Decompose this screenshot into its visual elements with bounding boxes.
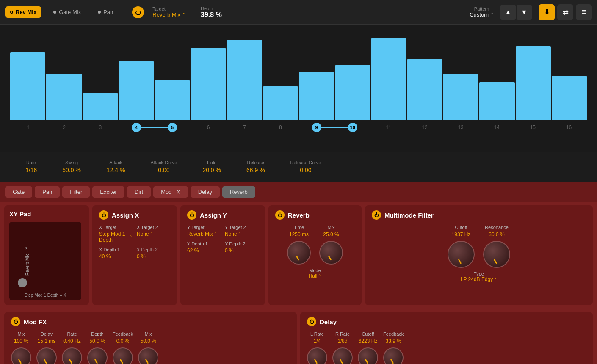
delay-cutoff-knob[interactable]: [358, 347, 378, 364]
release-curve-value[interactable]: 0.00: [300, 167, 311, 174]
fx-tab-exciter[interactable]: Exciter: [92, 186, 124, 198]
y-depth1-value[interactable]: 62 %: [187, 248, 221, 254]
mod-fx-delay-knob[interactable]: [36, 347, 57, 364]
bar-9[interactable]: [299, 72, 334, 120]
filter-type-value[interactable]: LP 24dB Edgy ⌃: [461, 276, 498, 282]
step-active-10[interactable]: 10: [348, 123, 357, 132]
bar-wrapper-9[interactable]: [299, 72, 334, 120]
attack-value[interactable]: 12.4 %: [107, 167, 125, 174]
bar-15[interactable]: [516, 46, 551, 120]
tab-rev-mix[interactable]: Rev Mix: [5, 6, 41, 18]
step-slot-2[interactable]: 2: [46, 124, 82, 130]
xy-pad-area[interactable]: Reverb Mix – Y Step Mod 1 Depth – X: [9, 222, 81, 300]
delay-power-button[interactable]: ⏻: [307, 317, 316, 326]
step-slot-14[interactable]: 14: [479, 124, 515, 130]
fx-tab-gate[interactable]: Gate: [5, 186, 32, 198]
mod-fx-power-button[interactable]: ⏻: [11, 317, 20, 326]
bar-wrapper-10[interactable]: [335, 65, 370, 120]
fx-tab-pan[interactable]: Pan: [35, 186, 60, 198]
bar-wrapper-1[interactable]: [10, 52, 45, 120]
step-slot-13[interactable]: 13: [443, 124, 479, 130]
bar-wrapper-15[interactable]: [516, 46, 551, 120]
assign-y-power-button[interactable]: ⏻: [187, 210, 196, 220]
delay-feedback-knob[interactable]: [383, 347, 404, 364]
step-slot-15[interactable]: 15: [515, 124, 551, 130]
step-slot-11[interactable]: 11: [370, 124, 406, 130]
x-depth2-value[interactable]: 0 %: [137, 254, 170, 259]
bar-10[interactable]: [335, 65, 370, 120]
step-slot-7[interactable]: 7: [227, 124, 263, 130]
bar-3[interactable]: [83, 93, 118, 120]
step-slot-9[interactable]: 9: [298, 123, 334, 132]
bar-4[interactable]: [119, 61, 154, 120]
bar-wrapper-2[interactable]: [46, 74, 81, 120]
bar-wrapper-11[interactable]: [371, 38, 406, 120]
step-active-4[interactable]: 4: [132, 123, 141, 132]
bar-8[interactable]: [263, 86, 298, 120]
transfer-button[interactable]: ⇄: [557, 4, 573, 20]
mod-fx-rate-knob[interactable]: [62, 347, 82, 364]
step-active-9[interactable]: 9: [312, 123, 321, 132]
bar-5[interactable]: [155, 80, 190, 120]
fx-tab-dirt[interactable]: Dirt: [127, 186, 151, 198]
filter-resonance-knob[interactable]: [483, 241, 510, 268]
bar-11[interactable]: [371, 38, 406, 120]
power-button[interactable]: ⏻: [132, 6, 144, 18]
bar-wrapper-8[interactable]: [263, 86, 298, 120]
step-slot-3[interactable]: 3: [82, 124, 118, 130]
assign-x-power-button[interactable]: ⏻: [99, 210, 108, 220]
step-slot-16[interactable]: 16: [551, 124, 587, 130]
step-slot-1[interactable]: 1: [10, 124, 46, 130]
bar-wrapper-6[interactable]: [191, 48, 226, 120]
reverb-mode-value[interactable]: Hall ⌃: [309, 273, 322, 279]
mod-fx-mix-knob[interactable]: [11, 347, 31, 364]
bar-14[interactable]: [479, 82, 514, 120]
step-slot-10[interactable]: 10: [334, 123, 370, 132]
bar-wrapper-13[interactable]: [443, 74, 478, 120]
step-slot-5[interactable]: 5: [155, 123, 191, 132]
delay-l-rate-knob[interactable]: [307, 347, 327, 364]
step-slot-12[interactable]: 12: [406, 124, 442, 130]
bar-wrapper-5[interactable]: [155, 80, 190, 120]
fx-tab-delay[interactable]: Delay: [191, 186, 220, 198]
nav-down-button[interactable]: ▼: [517, 5, 532, 20]
y-target2-value[interactable]: None ⌃: [225, 231, 258, 237]
delay-r-rate-knob[interactable]: [332, 347, 353, 364]
bars-container[interactable]: [10, 31, 587, 120]
bar-7[interactable]: [227, 40, 262, 120]
import-button[interactable]: ⬇: [539, 4, 555, 20]
bar-wrapper-16[interactable]: [552, 76, 587, 120]
reverb-time-knob[interactable]: [287, 241, 311, 265]
attack-curve-value[interactable]: 0.00: [158, 167, 169, 174]
xy-dot[interactable]: [18, 278, 27, 287]
bar-16[interactable]: [552, 76, 587, 120]
mod-fx-depth-knob[interactable]: [87, 347, 108, 364]
step-slot-8[interactable]: 8: [263, 124, 298, 130]
x-target1-value[interactable]: Step Mod 1 Depth ⌃: [99, 231, 133, 243]
bar-wrapper-7[interactable]: [227, 40, 262, 120]
bar-2[interactable]: [46, 74, 81, 120]
reverb-power-button[interactable]: ⏻: [275, 210, 285, 220]
bar-12[interactable]: [407, 59, 442, 120]
bar-1[interactable]: [10, 52, 45, 120]
bar-wrapper-4[interactable]: [119, 61, 154, 120]
step-slot-4[interactable]: 4: [118, 123, 154, 132]
step-slot-6[interactable]: 6: [191, 124, 227, 130]
x-target2-value[interactable]: None ⌃: [137, 231, 170, 237]
swing-value[interactable]: 50.0 %: [62, 167, 81, 174]
fx-tab-filter[interactable]: Filter: [62, 186, 90, 198]
step-active-5[interactable]: 5: [168, 123, 177, 132]
tab-gate-mix[interactable]: Gate Mix: [48, 6, 86, 18]
pattern-value[interactable]: Custom ⌃: [470, 11, 494, 18]
y-depth2-value[interactable]: 0 %: [225, 248, 258, 254]
filter-cutoff-knob[interactable]: [448, 241, 475, 268]
filter-power-button[interactable]: ⏻: [372, 210, 381, 220]
nav-up-button[interactable]: ▲: [500, 5, 516, 20]
fx-tab-mod-fx[interactable]: Mod FX: [153, 186, 188, 198]
hold-value[interactable]: 20.0 %: [202, 167, 221, 174]
bar-wrapper-12[interactable]: [407, 59, 442, 120]
x-depth1-value[interactable]: 40 %: [99, 254, 133, 259]
fx-tab-reverb[interactable]: Reverb: [222, 186, 255, 198]
bar-wrapper-3[interactable]: [83, 93, 118, 120]
tab-pan[interactable]: Pan: [93, 6, 118, 18]
